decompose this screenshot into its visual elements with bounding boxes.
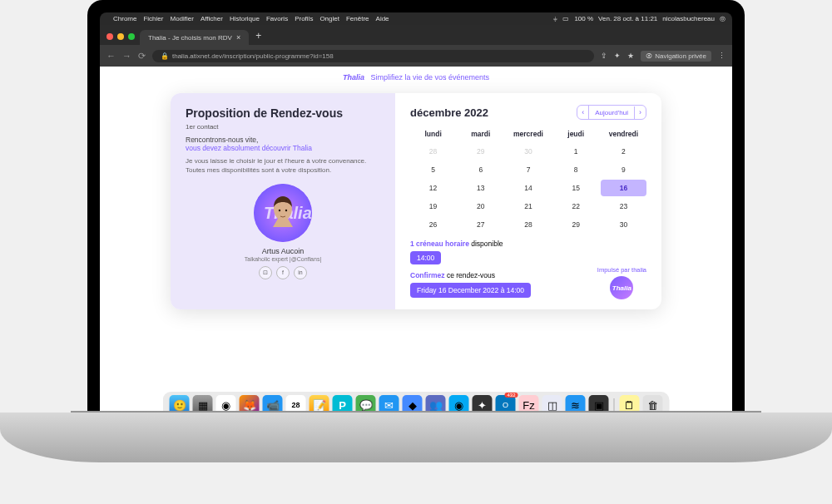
chrome-menu-icon[interactable]: ⋮ bbox=[718, 52, 726, 60]
menu-item[interactable]: Profils bbox=[295, 15, 313, 22]
calendar-day[interactable]: 7 bbox=[505, 161, 551, 178]
svg-point-2 bbox=[279, 209, 280, 210]
battery-pct: 100 % bbox=[574, 15, 593, 22]
calendar-day[interactable]: 5 bbox=[410, 161, 456, 178]
svg-point-3 bbox=[285, 209, 287, 210]
browser-tab[interactable]: Thalia - Je choisis mon RDV × bbox=[140, 30, 249, 45]
wifi-icon[interactable]: ⏚ bbox=[553, 15, 557, 22]
menubar-datetime[interactable]: Ven. 28 oct. à 11:21 bbox=[598, 15, 657, 22]
reload-button[interactable]: ⟳ bbox=[138, 51, 146, 62]
calendar-day[interactable]: 9 bbox=[601, 161, 646, 178]
calendar-prev-button[interactable]: ‹ bbox=[577, 106, 589, 119]
calendar-dow: vendredi bbox=[601, 126, 646, 141]
card-right-panel: décembre 2022 ‹ Aujourd'hui › lundimardi… bbox=[395, 93, 661, 309]
confirm-appointment-button[interactable]: Friday 16 December 2022 à 14:00 bbox=[410, 283, 531, 298]
calendar-day[interactable]: 22 bbox=[553, 198, 599, 215]
calendar-day[interactable]: 14 bbox=[505, 180, 551, 196]
menu-item[interactable]: Historique bbox=[230, 15, 260, 22]
menu-item[interactable]: Modifier bbox=[170, 15, 193, 22]
linkedin-icon[interactable]: in bbox=[294, 266, 307, 279]
calendar-day[interactable]: 12 bbox=[410, 180, 456, 196]
menu-item[interactable]: Fichier bbox=[143, 15, 163, 22]
card-subtitle: 1er contact bbox=[186, 123, 380, 131]
calendar-next-button[interactable]: › bbox=[635, 106, 646, 119]
thalia-logo-icon[interactable]: Thalia bbox=[610, 276, 633, 299]
extensions-icon[interactable]: ✦ bbox=[614, 52, 621, 60]
laptop-frame: Chrome Fichier Modifier Afficher Histori… bbox=[0, 0, 832, 504]
window-zoom-button[interactable] bbox=[128, 33, 135, 40]
calendar-day[interactable]: 2 bbox=[601, 143, 646, 160]
calendar-day[interactable]: 28 bbox=[505, 216, 551, 233]
address-bar[interactable]: 🔒 thalia.atixnet.dev/inscription/public-… bbox=[152, 50, 594, 62]
calendar-dow: lundi bbox=[410, 126, 456, 141]
laptop-screen: Chrome Fichier Modifier Afficher Histori… bbox=[87, 0, 745, 420]
calendar-day[interactable]: 20 bbox=[458, 198, 503, 215]
chrome-toolbar: ← → ⟳ 🔒 thalia.atixnet.dev/inscription/p… bbox=[100, 45, 732, 67]
calendar-day[interactable]: 23 bbox=[601, 198, 646, 215]
lock-icon: 🔒 bbox=[161, 52, 169, 60]
incognito-badge: ⦿ Navigation privée bbox=[641, 51, 711, 62]
calendar-day[interactable]: 6 bbox=[458, 161, 503, 178]
intro-line-2: vous devez absolument découvrir Thalia bbox=[186, 144, 380, 152]
slot-availability: 1 créneau horaire disponible bbox=[410, 240, 646, 248]
calendar-day[interactable]: 13 bbox=[458, 180, 503, 196]
window-minimize-button[interactable] bbox=[117, 33, 124, 40]
calendar-dow: mercredi bbox=[505, 126, 551, 141]
calendar-dow: mardi bbox=[458, 126, 503, 141]
host-avatar: Thalia bbox=[254, 184, 312, 242]
calendar-day[interactable]: 30 bbox=[505, 143, 551, 160]
url-text: thalia.atixnet.dev/inscription/public-pr… bbox=[172, 52, 334, 60]
card-left-panel: Proposition de Rendez-vous 1er contact R… bbox=[171, 93, 395, 309]
screen-inner: Chrome Fichier Modifier Afficher Histori… bbox=[100, 12, 732, 420]
calendar-day[interactable]: 26 bbox=[410, 216, 456, 233]
menu-item[interactable]: Afficher bbox=[201, 15, 223, 22]
siri-icon[interactable]: ◎ bbox=[720, 15, 726, 22]
calendar-day[interactable]: 19 bbox=[410, 198, 456, 215]
window-close-button[interactable] bbox=[106, 33, 113, 40]
bookmark-icon[interactable]: ★ bbox=[627, 52, 634, 60]
calendar-day[interactable]: 30 bbox=[601, 216, 646, 233]
instagram-icon[interactable]: ⊡ bbox=[259, 266, 272, 279]
host-name: Artus Aucoin bbox=[262, 247, 305, 255]
calendar-today-button[interactable]: Aujourd'hui bbox=[589, 106, 635, 119]
share-icon[interactable]: ⇪ bbox=[601, 52, 607, 60]
page-content: Thalia Simplifiez la vie de vos événemen… bbox=[100, 67, 732, 420]
tab-close-icon[interactable]: × bbox=[236, 33, 240, 42]
calendar-month: décembre 2022 bbox=[410, 106, 488, 119]
calendar-day[interactable]: 8 bbox=[553, 161, 599, 178]
calendar-nav: ‹ Aujourd'hui › bbox=[577, 105, 646, 120]
menu-item[interactable]: Fenêtre bbox=[346, 15, 369, 22]
facebook-icon[interactable]: f bbox=[276, 266, 290, 279]
page-header: Thalia Simplifiez la vie de vos événemen… bbox=[100, 67, 732, 88]
battery-icon[interactable]: ▭ bbox=[562, 15, 569, 22]
brand-logo[interactable]: Thalia bbox=[343, 73, 364, 82]
appointment-card: Proposition de Rendez-vous 1er contact R… bbox=[171, 93, 661, 309]
calendar-day[interactable]: 16 bbox=[601, 180, 646, 196]
calendar-day[interactable]: 21 bbox=[505, 198, 551, 215]
calendar-day[interactable]: 27 bbox=[458, 216, 503, 233]
intro-line-3: Je vous laisse le choisir le jour et l'h… bbox=[186, 157, 380, 175]
calendar-day[interactable]: 28 bbox=[410, 143, 456, 160]
card-title: Proposition de Rendez-vous bbox=[186, 106, 380, 120]
host-role: Talkaholic expert |@Conflans| bbox=[245, 256, 321, 262]
calendar-day[interactable]: 29 bbox=[553, 216, 599, 233]
powered-by: Impulsé par thalia Thalia bbox=[597, 266, 646, 299]
menu-item[interactable]: Aide bbox=[376, 15, 389, 22]
laptop-base bbox=[0, 413, 832, 462]
menubar-user[interactable]: nicolasbuchereau bbox=[662, 15, 715, 22]
forward-button[interactable]: → bbox=[122, 51, 131, 61]
new-tab-button[interactable]: + bbox=[249, 30, 268, 45]
menu-item[interactable]: Favoris bbox=[266, 15, 288, 22]
menu-item[interactable]: Onglet bbox=[319, 15, 339, 22]
calendar-dow: jeudi bbox=[553, 126, 599, 141]
tab-title: Thalia - Je choisis mon RDV bbox=[148, 34, 232, 42]
calendar-grid: lundimardimercredijeudivendredi282930125… bbox=[410, 126, 646, 233]
calendar-day[interactable]: 1 bbox=[553, 143, 599, 160]
calendar-day[interactable]: 29 bbox=[458, 143, 503, 160]
menubar-app[interactable]: Chrome bbox=[113, 15, 136, 22]
back-button[interactable]: ← bbox=[106, 51, 116, 61]
time-slot-chip[interactable]: 14:00 bbox=[410, 251, 441, 264]
intro-line-1: Rencontrons-nous vite, bbox=[186, 136, 380, 144]
calendar-day[interactable]: 15 bbox=[553, 180, 599, 196]
macos-menubar: Chrome Fichier Modifier Afficher Histori… bbox=[100, 12, 732, 25]
